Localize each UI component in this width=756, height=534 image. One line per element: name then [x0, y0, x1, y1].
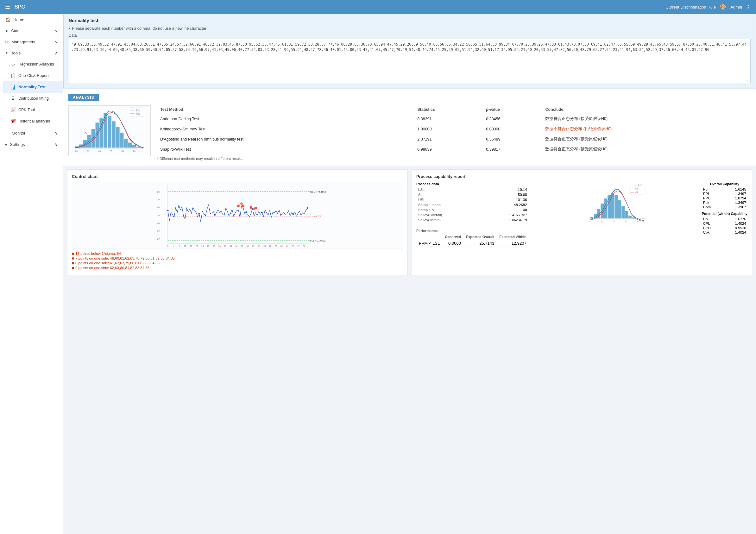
svg-text:0: 0 [167, 245, 169, 247]
svg-text:70: 70 [625, 220, 627, 222]
process-label: USL [416, 197, 480, 202]
alert-item: 7 points on one side: 48,60,61,62,63,78,… [72, 256, 403, 260]
potential-row: CPL 1.4024 [702, 221, 747, 226]
process-cap-content: Process data LSL 10.14 SL 50.68 [416, 182, 747, 247]
svg-text:92: 92 [297, 245, 300, 247]
sidebar-cpk-label: CPK Tool [18, 108, 35, 112]
sidebar-item-normality-test[interactable]: 📊 Normality Test [3, 81, 63, 93]
svg-rect-15 [136, 147, 140, 147]
svg-text:拟合: 拟合 [635, 191, 638, 193]
svg-text:50: 50 [157, 214, 160, 217]
svg-text:36: 36 [218, 245, 221, 247]
svg-rect-13 [128, 143, 132, 148]
process-data-row: StDev(Overall) 9.41660787 [416, 212, 529, 218]
process-value: 101.36 [480, 197, 529, 202]
sidebar-item-cpk-tool[interactable]: 📈 CPK Tool [3, 104, 63, 116]
svg-rect-8 [108, 116, 111, 148]
sidebar-monitor-label: Monitor [12, 131, 25, 136]
chevron-down-icon2: ∨ [55, 40, 58, 44]
svg-rect-98 [629, 216, 632, 218]
svg-text:x̄ = 48.2682: x̄ = 48.2682 [310, 215, 323, 218]
sidebar-item-home[interactable]: 🏠 Home [0, 14, 63, 25]
normality-hint: • Please separate each number with a com… [69, 26, 751, 31]
potential-row: Cp 1.6776 [702, 217, 747, 221]
bottom-section: Control chart UCL = 75.4552 x̄ = 48.2682… [63, 166, 756, 279]
pval-cell: 0.38456 [483, 114, 542, 124]
process-label: LSL [416, 187, 480, 192]
menu-icon[interactable]: ☰ [5, 4, 10, 11]
sidebar-item-monitor[interactable]: ＋ Monitor ∨ [0, 127, 63, 139]
results-table: Test Method Statistics p-value Conclude … [157, 105, 751, 160]
process-data-row: USL 101.36 [416, 197, 529, 202]
method-cell: Kolmogorov-Smirnov Test [157, 124, 414, 134]
sidebar-item-management[interactable]: ⚙ Management ∨ [0, 37, 63, 47]
svg-point-53 [199, 213, 200, 215]
cap-label: CPL [702, 221, 721, 226]
svg-rect-12 [124, 139, 127, 148]
control-chart-svg: UCL = 75.4552 x̄ = 48.2682 LCL = 21.0812… [72, 182, 403, 248]
svg-point-59 [292, 214, 294, 215]
sidebar-item-historical-analysis[interactable]: 📅 Historical analysis [3, 116, 63, 127]
potential-row: Cpk 1.4024 [702, 230, 747, 234]
cap-label: Cpm [702, 205, 721, 209]
svg-rect-97 [625, 211, 628, 218]
svg-text:96: 96 [303, 245, 306, 247]
process-value: 9.41660787 [480, 212, 529, 218]
sidebar-item-start[interactable]: ➤ Start ∨ [0, 25, 63, 37]
chevron-down-icon: ∨ [55, 29, 58, 33]
svg-point-48 [250, 206, 252, 209]
more-options-icon[interactable]: ⋮ [746, 4, 751, 10]
col-header-method: Test Method [157, 105, 414, 114]
data-input[interactable]: 49.69,33.36,49.52,47.91,43.04,60.26,51.4… [69, 39, 751, 83]
palette-icon[interactable]: 🎨 [719, 4, 727, 11]
chevron-down-icon4: ∨ [55, 142, 58, 147]
svg-text:60: 60 [252, 245, 255, 247]
analysis-badge: ANALYSIS [68, 94, 99, 101]
sidebar-item-tools[interactable]: ✦ Tools ∧ [0, 47, 63, 59]
cpk-icon: 📈 [10, 107, 16, 112]
svg-text:80: 80 [157, 191, 160, 193]
svg-text:90: 90 [637, 220, 639, 222]
alerts-section: 15 points below 1*sigma: 64 7 points on … [72, 252, 403, 270]
perf-col-exp-within: Expected Within [497, 234, 529, 240]
potential-row: CPU 9.9528 [702, 226, 747, 230]
svg-text:10: 10 [589, 220, 591, 222]
stat-cell: 0.98639 [414, 144, 483, 154]
svg-point-60 [307, 207, 308, 209]
cap-value: 1.3967 [721, 205, 747, 209]
svg-point-46 [240, 202, 243, 205]
svg-text:4: 4 [173, 245, 175, 247]
svg-text:40: 40 [224, 245, 226, 247]
svg-text:40: 40 [98, 150, 101, 152]
analysis-note: * Different test methods may result in d… [157, 157, 751, 160]
cap-label: Ppk [702, 200, 721, 205]
svg-point-50 [254, 207, 257, 209]
perf-observed: 0.0000 [442, 240, 464, 247]
svg-text:40: 40 [157, 222, 160, 225]
svg-text:20: 20 [157, 238, 160, 240]
perf-col-observed: Observed [442, 234, 464, 240]
svg-text:↖: ↖ [85, 131, 87, 135]
cap-value: 1.4024 [721, 230, 747, 234]
sidebar-item-settings[interactable]: ≡ Settings ∨ [0, 139, 63, 150]
sidebar-item-one-click-report[interactable]: 📋 One-Click Report [3, 70, 63, 81]
svg-text:60: 60 [157, 206, 160, 209]
hint-text: Please separate each number with a comma… [72, 26, 206, 31]
sidebar-item-regression[interactable]: ∞ Regression Analysis [3, 59, 63, 70]
svg-text:56: 56 [247, 245, 249, 247]
svg-rect-11 [120, 133, 124, 147]
overall-cap-title: Overall Capability [702, 182, 747, 186]
sidebar-item-distribution-fitting[interactable]: ⠿ Distribution fitting [3, 93, 63, 104]
overall-row: Ppk 1.3497 [702, 200, 747, 205]
sidebar-settings-label: Settings [10, 142, 25, 147]
svg-rect-6 [99, 119, 103, 148]
svg-text:72: 72 [269, 245, 272, 247]
process-label: StDev(Within) [416, 218, 480, 223]
control-chart-card: Control chart UCL = 75.4552 x̄ = 48.2682… [67, 169, 408, 275]
pval-cell: 0.00000 [483, 124, 542, 134]
method-cell: D'Agostino and Pearson omnibus normality… [157, 134, 414, 144]
method-cell: Anderson-Darling Test [157, 114, 414, 124]
alert-text: 9 points on one side: 62,63,80,81,82,83,… [75, 266, 149, 270]
svg-rect-4 [92, 129, 95, 147]
svg-text:70: 70 [133, 150, 136, 152]
